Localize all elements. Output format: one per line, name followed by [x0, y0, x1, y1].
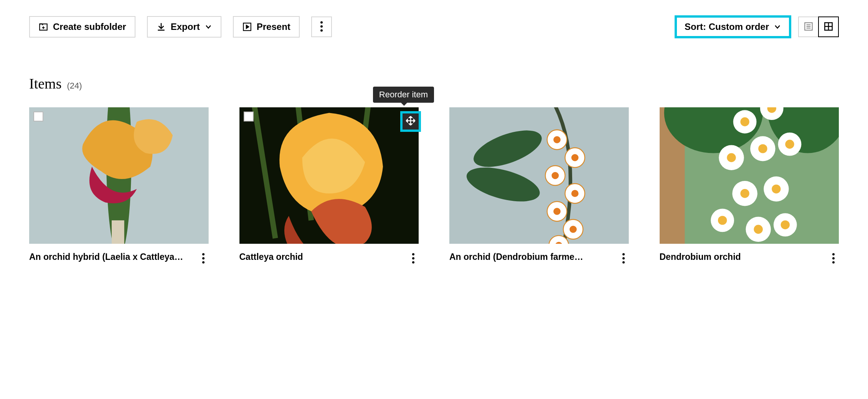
- svg-point-39: [553, 136, 561, 143]
- svg-point-62: [785, 140, 794, 149]
- items-grid: An orchid hybrid (Laelia x Cattleya… Reo…: [29, 107, 839, 265]
- section-title: Items: [29, 75, 61, 92]
- svg-point-44: [569, 226, 577, 233]
- item-more-button[interactable]: [828, 251, 839, 265]
- svg-point-78: [832, 257, 835, 259]
- toolbar: Create subfolder Export: [29, 15, 839, 38]
- item-thumbnail[interactable]: [29, 107, 209, 244]
- kebab-icon: [412, 253, 415, 265]
- thumbnail-image: [449, 107, 629, 244]
- thumbnail-image: [29, 107, 209, 244]
- svg-point-43: [553, 208, 561, 215]
- chevron-down-icon: [205, 23, 212, 31]
- sort-dropdown[interactable]: Sort: Custom order: [675, 15, 791, 38]
- kebab-icon: [202, 253, 205, 265]
- thumbnail-image: [239, 107, 419, 244]
- thumbnail-image: [660, 107, 839, 244]
- reorder-handle[interactable]: [400, 111, 421, 132]
- svg-point-26: [412, 253, 414, 255]
- svg-point-68: [718, 216, 726, 225]
- item-thumbnail[interactable]: [660, 107, 839, 244]
- kebab-icon: [622, 253, 625, 265]
- create-subfolder-label: Create subfolder: [53, 21, 126, 32]
- item-more-button[interactable]: [408, 251, 419, 265]
- svg-rect-19: [112, 220, 124, 244]
- svg-point-79: [832, 261, 835, 263]
- item-title: An orchid hybrid (Laelia x Cattleya…: [29, 251, 193, 263]
- select-checkbox[interactable]: [33, 112, 43, 122]
- svg-point-40: [571, 154, 579, 161]
- move-icon: [405, 115, 416, 128]
- svg-point-28: [412, 261, 414, 263]
- svg-point-27: [412, 257, 414, 259]
- folder-plus-icon: [38, 22, 48, 32]
- svg-point-70: [754, 225, 762, 234]
- item-card[interactable]: Reorder item: [239, 107, 419, 265]
- download-icon: [156, 22, 166, 32]
- item-title: Dendrobium orchid: [660, 251, 823, 263]
- reorder-tooltip: Reorder item: [373, 87, 434, 103]
- item-card[interactable]: Dendrobium orchid: [660, 107, 839, 265]
- item-more-button[interactable]: [198, 251, 209, 265]
- svg-point-77: [832, 253, 835, 255]
- svg-point-66: [772, 184, 781, 193]
- svg-point-9: [320, 29, 323, 31]
- svg-point-21: [202, 257, 204, 259]
- item-more-button[interactable]: [618, 251, 629, 265]
- section-header: Items (24): [29, 75, 839, 92]
- svg-point-46: [622, 253, 624, 255]
- svg-point-42: [571, 190, 579, 197]
- grid-view-button[interactable]: [818, 16, 839, 37]
- svg-point-47: [622, 257, 624, 259]
- svg-point-54: [740, 117, 749, 126]
- svg-point-60: [758, 144, 767, 153]
- svg-point-20: [202, 253, 204, 255]
- svg-marker-6: [246, 25, 249, 29]
- chevron-down-icon: [774, 23, 781, 31]
- play-square-icon: [242, 22, 252, 32]
- create-subfolder-button[interactable]: Create subfolder: [29, 16, 135, 38]
- sort-label: Sort: Custom order: [685, 21, 769, 32]
- svg-point-41: [551, 172, 559, 179]
- section-count: (24): [67, 81, 82, 91]
- svg-point-22: [202, 261, 204, 263]
- present-button[interactable]: Present: [233, 16, 300, 38]
- kebab-icon: [832, 253, 835, 265]
- kebab-icon: [320, 21, 323, 33]
- item-card[interactable]: An orchid hybrid (Laelia x Cattleya…: [29, 107, 209, 265]
- item-title: Cattleya orchid: [239, 251, 403, 263]
- svg-point-7: [320, 21, 323, 23]
- select-checkbox[interactable]: [244, 112, 254, 122]
- list-view-button[interactable]: [798, 16, 819, 37]
- svg-point-48: [622, 261, 624, 263]
- export-label: Export: [171, 21, 200, 32]
- list-icon: [804, 21, 814, 33]
- view-toggle: [799, 16, 839, 37]
- svg-point-64: [740, 189, 749, 198]
- item-title: An orchid (Dendrobium farme…: [449, 251, 613, 263]
- item-thumbnail[interactable]: [449, 107, 629, 244]
- grid-icon: [823, 21, 833, 33]
- svg-point-72: [781, 220, 789, 229]
- svg-point-58: [727, 153, 736, 162]
- export-button[interactable]: Export: [147, 16, 221, 38]
- more-actions-button[interactable]: [311, 16, 332, 37]
- item-thumbnail[interactable]: Reorder item: [239, 107, 419, 244]
- item-card[interactable]: An orchid (Dendrobium farme…: [449, 107, 629, 265]
- svg-point-8: [320, 25, 323, 27]
- present-label: Present: [257, 21, 290, 32]
